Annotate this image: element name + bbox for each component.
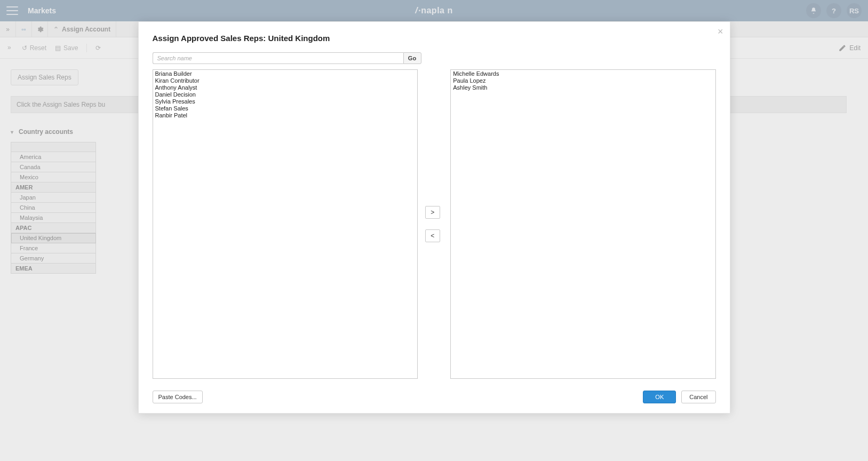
move-buttons: > < <box>425 69 443 379</box>
assign-reps-modal: × Assign Approved Sales Reps: United Kin… <box>138 21 730 414</box>
list-item[interactable]: Paula Lopez <box>452 77 714 84</box>
list-item[interactable]: Anthony Analyst <box>154 84 416 91</box>
cancel-button[interactable]: Cancel <box>681 391 715 403</box>
paste-codes-button[interactable]: Paste Codes... <box>153 391 203 403</box>
list-item[interactable]: Daniel Decision <box>154 91 416 98</box>
available-list[interactable]: Briana BuilderKiran ContributorAnthony A… <box>153 69 418 379</box>
close-icon[interactable]: × <box>718 26 723 37</box>
search-input[interactable] <box>153 52 403 64</box>
move-left-button[interactable]: < <box>425 229 440 242</box>
list-item[interactable]: Ranbir Patel <box>154 112 416 119</box>
modal-footer: Paste Codes... OK Cancel <box>153 383 716 403</box>
list-item[interactable]: Stefan Sales <box>154 105 416 112</box>
list-item[interactable]: Sylvia Presales <box>154 98 416 105</box>
modal-title: Assign Approved Sales Reps: United Kingd… <box>153 34 716 43</box>
ok-button[interactable]: OK <box>643 391 676 403</box>
list-item[interactable]: Michelle Edwards <box>452 70 714 77</box>
list-item[interactable]: Kiran Contributor <box>154 77 416 84</box>
go-button[interactable]: Go <box>403 52 421 64</box>
move-right-button[interactable]: > <box>425 206 440 219</box>
list-item[interactable]: Ashley Smith <box>452 84 714 91</box>
search-row: Go <box>153 52 421 64</box>
list-item[interactable]: Briana Builder <box>154 70 416 77</box>
assigned-list[interactable]: Michelle EdwardsPaula LopezAshley Smith <box>450 69 715 379</box>
modal-overlay: × Assign Approved Sales Reps: United Kin… <box>0 0 868 461</box>
